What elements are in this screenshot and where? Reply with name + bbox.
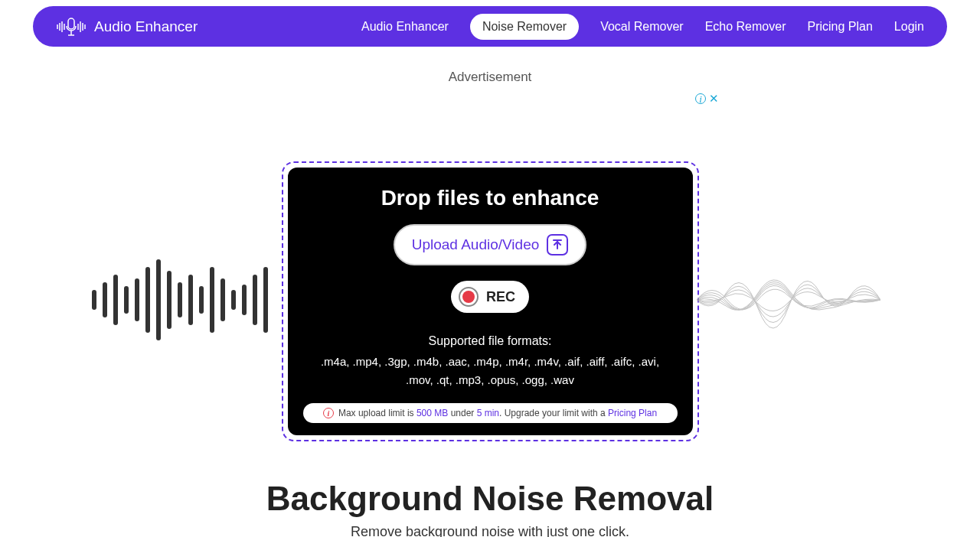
pricing-plan-link[interactable]: Pricing Plan bbox=[608, 408, 657, 418]
info-icon: i bbox=[323, 408, 334, 418]
upload-title: Drop files to enhance bbox=[303, 186, 678, 210]
ad-label: Advertisement bbox=[0, 70, 980, 85]
upload-dropzone[interactable]: Drop files to enhance Upload Audio/Video bbox=[282, 161, 699, 441]
record-button[interactable]: REC bbox=[451, 281, 529, 313]
limit-bar: i Max upload limit is 500 MB under 5 min… bbox=[303, 403, 678, 423]
waveform-left-icon bbox=[88, 258, 272, 345]
nav-vocal-remover[interactable]: Vocal Remover bbox=[600, 20, 684, 34]
nav-pricing-plan[interactable]: Pricing Plan bbox=[807, 20, 872, 34]
brand-name: Audio Enhancer bbox=[94, 18, 198, 35]
ad-close-icon[interactable]: ✕ bbox=[709, 92, 719, 106]
section-heading: Background Noise Removal Remove backgrou… bbox=[0, 480, 980, 537]
formats-label: Supported file formats: bbox=[303, 334, 678, 348]
navbar: Audio Enhancer Audio Enhancer Noise Remo… bbox=[33, 6, 947, 47]
record-label: REC bbox=[486, 289, 515, 305]
svg-rect-4 bbox=[68, 18, 74, 29]
nav-echo-remover[interactable]: Echo Remover bbox=[705, 20, 786, 34]
upload-icon bbox=[547, 234, 568, 255]
main-content: Drop files to enhance Upload Audio/Video bbox=[0, 161, 980, 441]
nav-brand[interactable]: Audio Enhancer bbox=[56, 15, 198, 38]
formats-list: .m4a, .mp4, .3gp, .m4b, .aac, .m4p, .m4r… bbox=[303, 353, 678, 389]
ad-info-icon[interactable]: i bbox=[695, 93, 706, 104]
upload-button[interactable]: Upload Audio/Video bbox=[394, 224, 587, 265]
upload-button-label: Upload Audio/Video bbox=[412, 236, 540, 253]
upload-card: Drop files to enhance Upload Audio/Video bbox=[288, 168, 693, 435]
page-title: Background Noise Removal bbox=[0, 480, 980, 518]
nav-audio-enhancer[interactable]: Audio Enhancer bbox=[361, 20, 449, 34]
page-subtitle: Remove background noise with just one cl… bbox=[0, 524, 980, 537]
record-icon bbox=[459, 287, 479, 307]
ad-controls: i ✕ bbox=[695, 92, 719, 106]
limit-text: Max upload limit is 500 MB under 5 min. … bbox=[338, 408, 657, 418]
nav-menu: Audio Enhancer Noise Remover Vocal Remov… bbox=[361, 14, 924, 40]
nav-login[interactable]: Login bbox=[894, 20, 924, 34]
microphone-wave-icon bbox=[56, 15, 87, 38]
waveform-right-icon bbox=[697, 265, 880, 337]
nav-noise-remover[interactable]: Noise Remover bbox=[470, 14, 579, 40]
